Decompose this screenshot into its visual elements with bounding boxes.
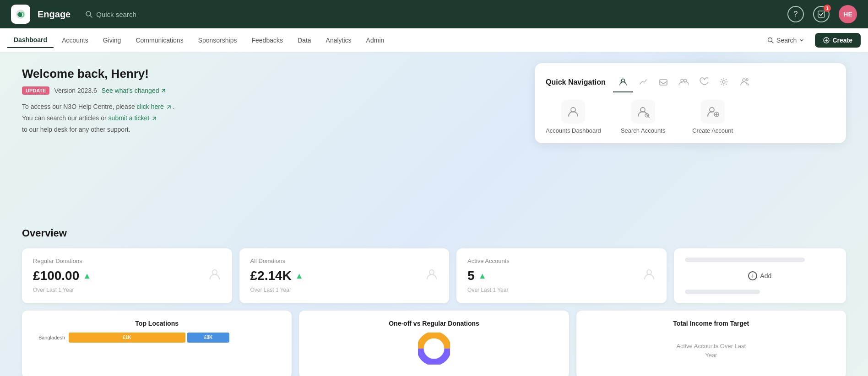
help-text: To access our N3O Help Centre, please cl… bbox=[22, 101, 320, 136]
svg-point-14 bbox=[746, 79, 748, 81]
update-badge: UPDATE bbox=[22, 86, 49, 95]
nav-search-label: Search bbox=[776, 37, 797, 44]
quick-nav-tab-gear[interactable] bbox=[714, 72, 734, 92]
nav-search[interactable]: Search bbox=[762, 34, 809, 47]
search-accounts-icon bbox=[631, 100, 655, 124]
card-regular-donations-sublabel: Over Last 1 Year bbox=[33, 287, 221, 293]
nav-item-admin[interactable]: Admin bbox=[360, 33, 391, 48]
card-regular-donations-label: Regular Donations bbox=[33, 258, 221, 264]
submit-ticket-link[interactable]: submit a ticket bbox=[108, 114, 157, 122]
quick-nav-items: Accounts Dashboard Search Accounts bbox=[546, 100, 835, 134]
bar-blue: £0K bbox=[187, 333, 230, 343]
navbar: Dashboard Accounts Giving Communications… bbox=[0, 28, 868, 52]
search-accounts-label: Search Accounts bbox=[621, 127, 666, 134]
add-label: Add bbox=[760, 272, 771, 279]
task-badge: 1 bbox=[824, 5, 831, 12]
nav-item-dashboard[interactable]: Dashboard bbox=[7, 32, 54, 48]
card-active-accounts-sublabel: Over Last 1 Year bbox=[467, 287, 656, 293]
quick-search-label: Quick search bbox=[96, 11, 136, 18]
quick-nav-item-search-accounts[interactable]: Search Accounts bbox=[616, 100, 671, 134]
chart-bar-container: £1K £0K bbox=[69, 333, 281, 343]
nav-item-analytics[interactable]: Analytics bbox=[320, 33, 358, 48]
quick-nav-tabs bbox=[613, 72, 754, 92]
click-here-link[interactable]: click here bbox=[137, 103, 173, 110]
create-button-label: Create bbox=[832, 37, 852, 44]
card-active-accounts: Active Accounts 5 ▲ Over bbox=[456, 248, 667, 303]
card-regular-donations-value: £100.00 ▲ bbox=[33, 269, 91, 283]
quick-nav-tab-heart[interactable] bbox=[694, 72, 714, 92]
card-all-donations-value: £2.14K ▲ bbox=[250, 269, 304, 283]
nav-item-feedbacks[interactable]: Feedbacks bbox=[245, 33, 289, 48]
help-icon: ? bbox=[794, 10, 798, 18]
brand-name: Engage bbox=[38, 9, 71, 20]
overview-title: Overview bbox=[22, 227, 846, 239]
nav-item-accounts[interactable]: Accounts bbox=[55, 33, 95, 48]
accounts-dashboard-label: Accounts Dashboard bbox=[546, 127, 601, 134]
accounts-dashboard-icon bbox=[561, 100, 585, 124]
svg-point-11 bbox=[684, 79, 687, 82]
svg-point-23 bbox=[212, 270, 217, 274]
svg-point-13 bbox=[743, 79, 745, 81]
quick-nav-tab-team[interactable] bbox=[734, 72, 754, 92]
active-accounts-person-icon bbox=[643, 268, 656, 284]
all-donations-person-icon bbox=[425, 268, 438, 284]
quick-nav-tab-chart[interactable] bbox=[633, 72, 653, 92]
add-card-button[interactable]: + Add bbox=[685, 268, 835, 284]
svg-point-12 bbox=[722, 81, 725, 83]
quick-nav-item-accounts-dashboard[interactable]: Accounts Dashboard bbox=[546, 100, 601, 134]
card-regular-donations: Regular Donations £100.00 ▲ bbox=[22, 248, 232, 303]
svg-line-18 bbox=[648, 117, 650, 118]
add-card-placeholder-2 bbox=[685, 290, 760, 294]
bar-orange: £1K bbox=[69, 333, 185, 343]
main-content: Welcome back, Henry! UPDATE Version 2023… bbox=[0, 52, 868, 376]
chart-donations-type: One-off vs Regular Donations bbox=[299, 311, 569, 376]
card-active-accounts-label: Active Accounts bbox=[467, 258, 656, 264]
add-card: + Add bbox=[674, 248, 846, 303]
chart-income-target: Total Income from Target Active Accounts… bbox=[576, 311, 846, 376]
nav-item-giving[interactable]: Giving bbox=[97, 33, 128, 48]
user-avatar[interactable]: HE bbox=[839, 5, 857, 23]
svg-point-24 bbox=[429, 270, 434, 274]
quick-nav-title: Quick Navigation bbox=[546, 78, 606, 86]
create-button[interactable]: Create bbox=[815, 33, 861, 48]
tasks-button[interactable]: 1 bbox=[813, 6, 830, 22]
nav-item-sponsorships[interactable]: Sponsorships bbox=[192, 33, 244, 48]
all-donations-trend-icon: ▲ bbox=[295, 271, 304, 281]
quick-nav-header: Quick Navigation bbox=[546, 72, 835, 92]
svg-rect-2 bbox=[818, 11, 825, 17]
chart-bar-label: Bangladesh bbox=[33, 335, 65, 340]
svg-line-1 bbox=[90, 16, 92, 17]
charts-row: Top Locations Bangladesh £1K £0K One-off… bbox=[22, 311, 846, 376]
svg-point-10 bbox=[681, 79, 684, 82]
nav-items: Dashboard Accounts Giving Communications… bbox=[7, 32, 762, 48]
quick-nav-tab-group[interactable] bbox=[673, 72, 694, 92]
avatar-initials: HE bbox=[843, 11, 852, 18]
nav-item-communications[interactable]: Communications bbox=[129, 33, 190, 48]
app-logo[interactable] bbox=[11, 5, 30, 24]
svg-line-4 bbox=[772, 41, 774, 43]
quick-nav-panel: Quick Navigation bbox=[535, 63, 846, 143]
help-button[interactable]: ? bbox=[787, 6, 804, 22]
welcome-section: Welcome back, Henry! UPDATE Version 2023… bbox=[22, 67, 320, 136]
regular-donations-person-icon bbox=[208, 268, 221, 284]
active-accounts-over-last-year: Active Accounts Over Last Year bbox=[674, 342, 748, 360]
update-row: UPDATE Version 2023.6 See what's changed bbox=[22, 86, 320, 95]
version-text: Version 2023.6 bbox=[54, 87, 97, 94]
card-all-donations-sublabel: Over Last 1 Year bbox=[250, 287, 439, 293]
chart-top-locations-title: Top Locations bbox=[33, 320, 281, 327]
add-icon: + bbox=[748, 271, 757, 280]
active-accounts-trend-icon: ▲ bbox=[478, 271, 487, 281]
overview-section: Overview Regular Donations £100.00 ▲ bbox=[22, 227, 846, 376]
see-changes-link[interactable]: See what's changed bbox=[102, 87, 167, 94]
card-all-donations: All Donations £2.14K ▲ O bbox=[239, 248, 450, 303]
create-account-label: Create Account bbox=[692, 127, 733, 134]
chart-bar-bangladesh: Bangladesh £1K £0K bbox=[33, 333, 281, 343]
chart-income-target-title: Total Income from Target bbox=[587, 320, 835, 327]
card-active-accounts-value: 5 ▲ bbox=[467, 269, 486, 283]
quick-nav-item-create-account[interactable]: Create Account bbox=[685, 100, 740, 134]
quick-nav-tab-inbox[interactable] bbox=[653, 72, 673, 92]
quick-search[interactable]: Quick search bbox=[85, 11, 136, 18]
quick-nav-tab-accounts[interactable] bbox=[613, 72, 633, 92]
navbar-right: Search Create bbox=[762, 33, 861, 48]
nav-item-data[interactable]: Data bbox=[291, 33, 318, 48]
